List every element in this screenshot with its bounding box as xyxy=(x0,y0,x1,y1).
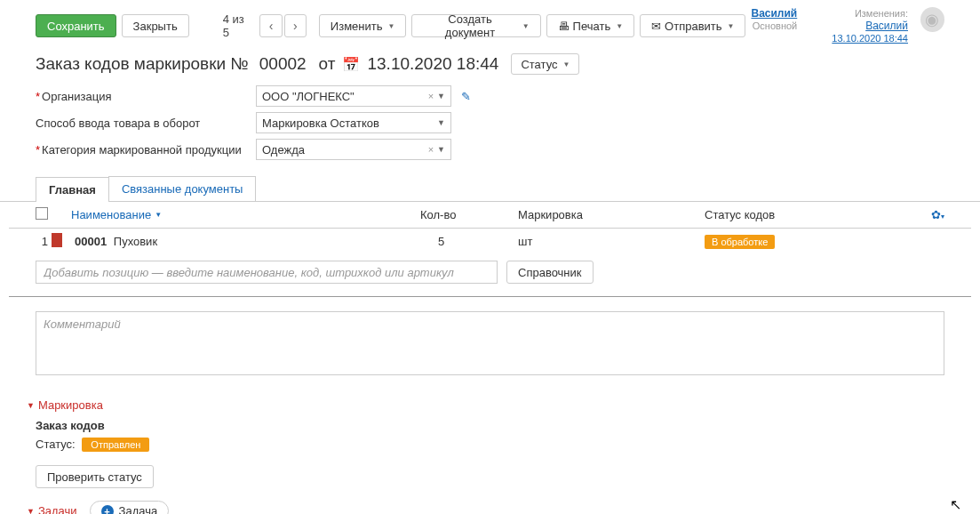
add-row: Справочник xyxy=(9,253,971,296)
edit-dropdown[interactable]: Изменить ▼ xyxy=(319,14,407,37)
caret-down-icon[interactable]: ▼ xyxy=(437,145,445,154)
marking-section: ▼ Маркировка Заказ кодов Статус: Отправл… xyxy=(0,382,980,488)
add-task-label: Задача xyxy=(119,504,158,514)
calendar-icon[interactable]: 📅 xyxy=(342,56,360,73)
th-mark[interactable]: Маркировка xyxy=(518,208,705,221)
save-label: Сохранить xyxy=(47,20,105,33)
caret-down-icon: ▼ xyxy=(563,60,570,68)
changes-by-link[interactable]: Василий xyxy=(865,20,908,32)
triangle-down-icon: ▼ xyxy=(27,401,35,410)
chevron-left-icon: ‹ xyxy=(269,19,274,33)
pager-text: 4 из 5 xyxy=(223,12,253,39)
doc-date: 13.10.2020 18:44 xyxy=(367,54,498,74)
edit-org-icon[interactable]: ✎ xyxy=(457,87,474,105)
marking-title: Заказ кодов xyxy=(36,419,944,432)
org-value: ООО "ЛОГНЕКС" xyxy=(262,90,355,103)
user-name-link[interactable]: Василий xyxy=(751,7,797,20)
clear-icon[interactable]: × xyxy=(428,144,437,155)
edit-label: Изменить xyxy=(331,20,383,33)
send-label: Отправить xyxy=(665,20,721,33)
user-block: Василий Основной Изменения: Василий 13.1… xyxy=(751,7,944,44)
create-doc-dropdown[interactable]: Создать документ ▼ xyxy=(411,14,540,37)
add-task-button[interactable]: + Задача xyxy=(90,501,170,514)
prev-button[interactable]: ‹ xyxy=(259,14,282,37)
th-qty[interactable]: Кол-во xyxy=(420,208,518,221)
product-thumb-icon xyxy=(52,233,62,247)
row-thumb xyxy=(52,233,69,250)
tasks-section-toggle[interactable]: ▼ Задачи xyxy=(27,504,77,514)
user-profile: Основной xyxy=(753,20,797,31)
th-status[interactable]: Статус кодов xyxy=(705,208,918,221)
doc-from: от xyxy=(319,54,336,74)
row-name: Пуховик xyxy=(114,235,157,248)
tabs: Главная Связанные документы xyxy=(0,176,980,202)
category-label: Категория маркированной продукции xyxy=(36,143,256,157)
print-dropdown[interactable]: 🖶 Печать ▼ xyxy=(546,14,635,37)
caret-down-icon: ▼ xyxy=(728,22,735,30)
clear-icon[interactable]: × xyxy=(428,91,437,101)
row-status-cell: В обработке xyxy=(705,235,918,248)
table-settings-icon[interactable]: ✿▾ xyxy=(918,208,944,221)
category-select[interactable]: Одежда × ▼ xyxy=(256,139,451,160)
doc-number: 00002 xyxy=(259,54,307,74)
tab-main[interactable]: Главная xyxy=(36,177,109,202)
table-header-row: Наименование ▼ Кол-во Маркировка Статус … xyxy=(9,202,971,229)
doc-title-text: Заказ кодов маркировки № xyxy=(36,54,249,74)
tasks-section: ▼ Задачи + Задача xyxy=(0,488,980,514)
comment-box xyxy=(36,311,944,375)
close-button[interactable]: Закрыть xyxy=(122,14,189,37)
method-select[interactable]: Маркировка Остатков ▼ xyxy=(256,112,451,133)
select-all-checkbox[interactable] xyxy=(36,207,48,220)
check-status-label: Проверить статус xyxy=(47,470,142,484)
items-table: Наименование ▼ Кол-во Маркировка Статус … xyxy=(9,202,971,297)
avatar[interactable]: ◉ xyxy=(920,7,944,32)
tab-linked[interactable]: Связанные документы xyxy=(108,176,257,201)
caret-down-icon: ▼ xyxy=(616,22,623,30)
row-qty: 5 xyxy=(420,235,518,248)
marking-section-toggle[interactable]: ▼ Маркировка xyxy=(27,398,944,412)
person-icon: ◉ xyxy=(925,13,939,26)
marking-status-label: Статус: xyxy=(36,438,76,451)
th-name[interactable]: Наименование ▼ xyxy=(71,208,420,221)
table-row[interactable]: 1 00001 Пуховик 5 шт В обработке xyxy=(9,229,971,253)
send-dropdown[interactable]: ✉ Отправить ▼ xyxy=(640,14,745,37)
row-unit: шт xyxy=(518,235,705,248)
ref-label: Справочник xyxy=(518,266,582,279)
plus-icon: + xyxy=(101,505,114,515)
caret-down-icon[interactable]: ▼ xyxy=(437,92,445,100)
triangle-down-icon: ▼ xyxy=(27,507,35,515)
create-doc-label: Создать документ xyxy=(423,12,516,39)
method-label: Способ ввода товара в оборот xyxy=(36,116,256,130)
envelope-icon: ✉ xyxy=(651,20,661,33)
form-block: Организация ООО "ЛОГНЕКС" × ▼ ✎ Способ в… xyxy=(0,84,980,176)
status-badge: В обработке xyxy=(705,235,775,249)
print-icon: 🖶 xyxy=(558,20,570,33)
marking-section-label: Маркировка xyxy=(38,398,103,412)
changes-label: Изменения: xyxy=(855,8,908,19)
close-label: Закрыть xyxy=(133,20,178,33)
tasks-section-label: Задачи xyxy=(38,504,77,514)
changes-datetime[interactable]: 13.10.2020 18:44 xyxy=(832,33,908,44)
row-index: 1 xyxy=(36,235,48,248)
caret-down-icon: ▼ xyxy=(522,22,530,30)
document-title-row: Заказ кодов маркировки № 00002 от 📅 13.1… xyxy=(0,48,980,84)
caret-down-icon[interactable]: ▼ xyxy=(437,118,445,127)
ref-button[interactable]: Справочник xyxy=(506,261,594,284)
method-value: Маркировка Остатков xyxy=(262,116,379,130)
th-name-label: Наименование xyxy=(71,208,151,221)
marking-status-badge: Отправлен xyxy=(82,438,149,452)
caret-down-icon: ▼ xyxy=(155,211,162,219)
next-button[interactable]: › xyxy=(284,14,307,37)
print-label: Печать xyxy=(573,20,611,33)
row-code: 00001 xyxy=(75,235,107,248)
check-status-button[interactable]: Проверить статус xyxy=(36,465,154,488)
add-item-input[interactable] xyxy=(36,261,498,284)
category-value: Одежда xyxy=(262,143,305,157)
save-button[interactable]: Сохранить xyxy=(36,14,116,37)
status-dropdown[interactable]: Статус ▼ xyxy=(511,53,579,75)
chevron-right-icon: › xyxy=(293,19,298,33)
org-select[interactable]: ООО "ЛОГНЕКС" × ▼ xyxy=(256,85,451,107)
toolbar: Сохранить Закрыть 4 из 5 ‹ › Изменить ▼ … xyxy=(0,0,980,48)
comment-textarea[interactable] xyxy=(36,312,944,374)
caret-down-icon: ▼ xyxy=(387,22,394,30)
